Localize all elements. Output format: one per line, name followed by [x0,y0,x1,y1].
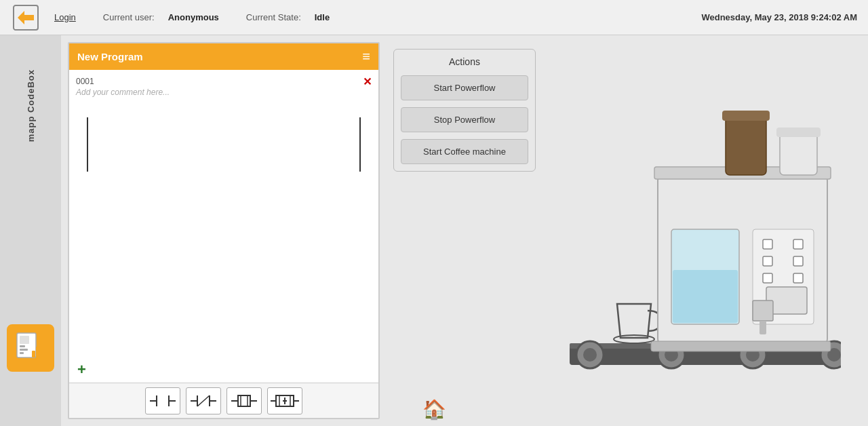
actions-panel: Actions Start Powerflow Stop Powerflow S… [393,49,536,172]
sidebar: mapp CodeBox [0,35,61,426]
left-rail [87,117,88,172]
svg-rect-48 [793,256,803,266]
svg-rect-45 [763,239,772,249]
editor-header: New Program ≡ [69,43,378,70]
svg-rect-53 [760,321,766,334]
svg-rect-57 [776,128,821,137]
current-state-label: Current State: [246,12,301,22]
comment-field[interactable]: Add your comment here... [76,88,170,97]
current-state-value: Idle [315,12,330,22]
machine-illustration [536,35,868,426]
svg-line-18 [197,395,210,406]
right-rail [359,117,361,172]
svg-marker-1 [18,11,34,24]
svg-rect-43 [673,270,738,323]
editor-body[interactable]: 0001 ✕ Add your comment here... + [69,70,378,383]
svg-rect-5 [20,349,28,351]
sidebar-title: mapp CodeBox [26,69,36,142]
start-powerflow-button[interactable]: Start Powerflow [401,75,528,100]
editor-panel: New Program ≡ 0001 ✕ Add your comment he… [68,42,380,419]
coffee-machine-svg [570,94,841,385]
svg-rect-55 [722,111,770,121]
svg-rect-4 [20,345,25,347]
svg-rect-49 [763,273,772,283]
svg-rect-3 [20,336,29,344]
logo [11,3,41,33]
datetime: Wednesday, May 23, 2018 9:24:02 AM [701,12,857,22]
toolbar-btn-coil-set[interactable] [267,387,302,414]
main-area: mapp CodeBox New Program ≡ 0001 ✕ [0,35,868,426]
editor-toolbar [69,383,378,418]
stop-powerflow-button[interactable]: Stop Powerflow [401,107,528,132]
svg-point-32 [583,348,597,362]
svg-rect-46 [793,239,803,249]
menu-icon[interactable]: ≡ [362,49,370,64]
current-user-value: Anonymous [168,12,219,22]
home-button[interactable]: 🏠 [422,398,446,421]
delete-button[interactable]: ✕ [363,75,372,88]
svg-rect-52 [753,301,773,321]
current-user-label: Current user: [103,12,155,22]
svg-rect-58 [651,341,831,351]
svg-rect-56 [780,131,817,175]
editor-title: New Program [77,51,143,62]
svg-rect-54 [726,114,766,175]
svg-rect-47 [763,256,772,266]
login-button[interactable]: Login [54,12,76,22]
svg-rect-9 [40,344,43,357]
topbar: Login Current user: Anonymous Current St… [0,0,868,35]
svg-point-39 [614,335,654,343]
svg-rect-50 [793,273,803,283]
svg-rect-7 [32,351,35,357]
toolbar-btn-contact-nc[interactable] [145,387,180,414]
sidebar-icon-button[interactable] [7,324,54,372]
svg-rect-8 [36,347,39,357]
line-number: 0001 [76,77,94,86]
toolbar-btn-contact-no[interactable] [186,387,221,414]
toolbar-btn-coil[interactable] [226,387,262,414]
start-coffee-machine-button[interactable]: Start Coffee machine [401,139,528,164]
ladder-area [76,104,372,383]
svg-rect-6 [20,352,24,354]
actions-title: Actions [401,56,528,67]
add-rung-button[interactable]: + [77,362,86,377]
